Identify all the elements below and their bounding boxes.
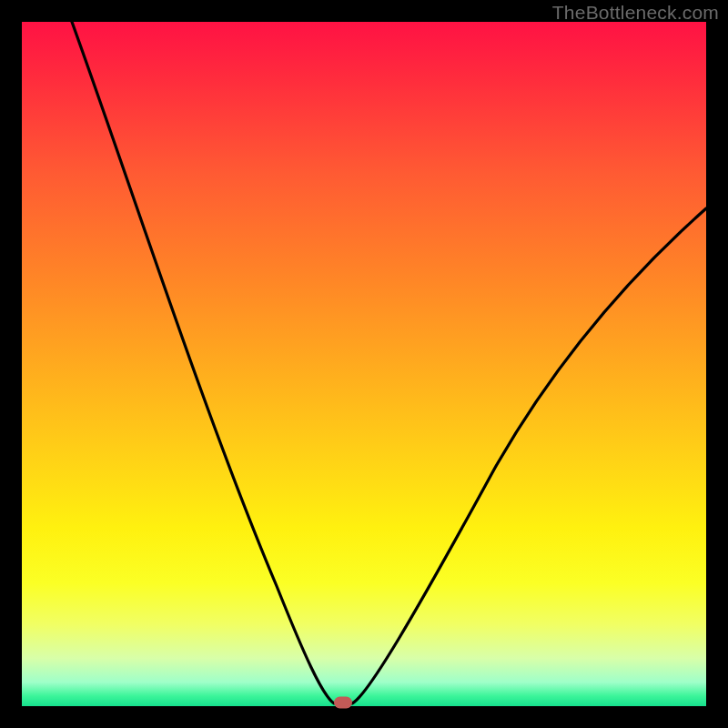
chart-frame: TheBottleneck.com <box>0 0 728 728</box>
optimal-point-dot <box>334 697 352 709</box>
bottleneck-curve <box>22 22 706 706</box>
watermark-text: TheBottleneck.com <box>552 2 719 24</box>
plot-area <box>22 22 706 706</box>
curve-path <box>72 22 706 703</box>
